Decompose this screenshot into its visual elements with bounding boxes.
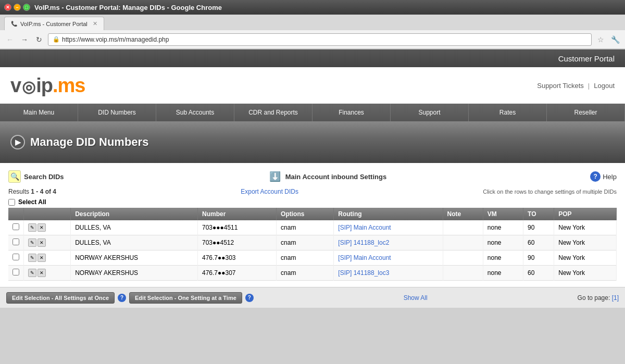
row-routing: [SIP] Main Account xyxy=(334,220,443,235)
select-all-checkbox[interactable] xyxy=(8,199,15,206)
forward-button[interactable]: → xyxy=(19,34,30,45)
page-1-link[interactable]: [1] xyxy=(612,294,619,302)
tabs-bar: 📞 VoIP.ms - Customer Portal ✕ xyxy=(0,15,625,30)
nav-reseller[interactable]: Reseller xyxy=(547,104,625,121)
row-options: cnam xyxy=(277,250,334,266)
table-row[interactable]: ✎ ✕ DULLES, VA 703●●4512 cnam [SIP] 1411… xyxy=(8,235,617,250)
logout-link[interactable]: Logout xyxy=(594,82,615,90)
row-note xyxy=(443,220,483,235)
click-hint: Click on the rows to change settings of … xyxy=(483,189,617,195)
main-account-settings-label: Main Account inbound Settings xyxy=(285,173,387,181)
delete-icon[interactable]: ✕ xyxy=(38,239,46,247)
row-actions: ✎ ✕ xyxy=(24,220,71,235)
nav-sub-accounts[interactable]: Sub Accounts xyxy=(156,104,234,121)
col-description: Description xyxy=(71,208,198,220)
nav-cdr-reports[interactable]: CDR and Reports xyxy=(234,104,312,121)
col-options: Options xyxy=(277,208,334,220)
page-footer: Edit Selection - All Settings at Once ? … xyxy=(0,287,625,308)
tab-close-button[interactable]: ✕ xyxy=(93,20,97,27)
nav-did-numbers[interactable]: DID Numbers xyxy=(78,104,156,121)
nav-main-menu[interactable]: Main Menu xyxy=(0,104,78,121)
nav-finances[interactable]: Finances xyxy=(312,104,391,121)
help-button[interactable]: ? Help xyxy=(590,171,617,182)
nav-support[interactable]: Support xyxy=(391,104,469,121)
table-row[interactable]: ✎ ✕ DULLES, VA 703●●●4511 cnam [SIP] Mai… xyxy=(8,220,617,235)
edit-icon[interactable]: ✎ xyxy=(28,254,36,262)
site-logo[interactable]: v◎ip.ms xyxy=(10,74,85,97)
tab-title: VoIP.ms - Customer Portal xyxy=(20,21,88,27)
tab-favicon: 📞 xyxy=(11,21,17,27)
edit-icon[interactable]: ✎ xyxy=(28,223,36,232)
row-checkbox xyxy=(8,235,24,250)
routing-link[interactable]: [SIP] Main Account xyxy=(338,224,391,231)
routing-link[interactable]: [SIP] 141188_loc3 xyxy=(338,269,389,277)
export-link[interactable]: Export Account DIDs xyxy=(241,188,298,195)
main-nav: Main Menu DID Numbers Sub Accounts CDR a… xyxy=(0,104,625,121)
row-description: DULLES, VA xyxy=(71,220,198,235)
routing-link[interactable]: [SIP] 141188_loc2 xyxy=(338,239,389,246)
support-tickets-link[interactable]: Support Tickets xyxy=(537,82,584,90)
table-row[interactable]: ✎ ✕ NORWAY AKERSHUS 476.7●●303 cnam [SIP… xyxy=(8,250,617,266)
nav-rates[interactable]: Rates xyxy=(469,104,547,121)
row-pop: New York xyxy=(554,250,617,266)
row-checkbox-input[interactable] xyxy=(12,239,19,245)
table-row[interactable]: ✎ ✕ NORWAY AKERSHUS 476.7●●307 cnam [SIP… xyxy=(8,266,617,281)
close-button[interactable]: ✕ xyxy=(4,4,11,11)
row-pop: New York xyxy=(554,220,617,235)
address-bar[interactable]: 🔒 https://www.voip.ms/m/managedid.php xyxy=(48,33,592,46)
routing-link[interactable]: [SIP] Main Account xyxy=(338,254,391,261)
table-header: Description Number Options Routing Note … xyxy=(8,208,617,220)
delete-icon[interactable]: ✕ xyxy=(38,269,46,277)
edit-one-setting-button[interactable]: Edit Selection - One Setting at a Time xyxy=(129,292,242,304)
col-routing: Routing xyxy=(334,208,443,220)
row-checkbox-input[interactable] xyxy=(12,223,19,230)
row-note xyxy=(443,250,483,266)
row-note xyxy=(443,235,483,250)
row-options: cnam xyxy=(277,235,334,250)
row-vm: none xyxy=(483,220,523,235)
search-dids-button[interactable]: 🔍 Search DIDs xyxy=(8,170,64,183)
maximize-button[interactable]: □ xyxy=(23,4,30,11)
row-description: NORWAY AKERSHUS xyxy=(71,250,198,266)
row-to: 60 xyxy=(523,235,554,250)
main-account-settings-button[interactable]: ⬇️ Main Account inbound Settings xyxy=(268,169,387,184)
edit-icon[interactable]: ✎ xyxy=(28,269,36,277)
delete-icon[interactable]: ✕ xyxy=(38,254,46,262)
row-checkbox-input[interactable] xyxy=(12,254,19,260)
help-label: Help xyxy=(603,173,617,181)
row-number: 476.7●●307 xyxy=(198,266,277,281)
goto-page: Go to page: [1] xyxy=(578,294,619,302)
browser-tab[interactable]: 📞 VoIP.ms - Customer Portal ✕ xyxy=(4,17,104,30)
select-all-row: Select All xyxy=(8,198,617,206)
row-vm: none xyxy=(483,266,523,281)
row-vm: none xyxy=(483,235,523,250)
edit-all-help-icon[interactable]: ? xyxy=(118,294,126,302)
row-description: DULLES, VA xyxy=(71,235,198,250)
content-area: 🔍 Search DIDs ⬇️ Main Account inbound Se… xyxy=(0,163,625,287)
row-vm: none xyxy=(483,250,523,266)
minimize-button[interactable]: – xyxy=(14,4,21,11)
edit-all-settings-button[interactable]: Edit Selection - All Settings at Once xyxy=(6,292,115,304)
delete-icon[interactable]: ✕ xyxy=(38,223,46,232)
col-note: Note xyxy=(443,208,483,220)
bookmark-button[interactable]: ☆ xyxy=(595,34,606,45)
row-number: 703●●4512 xyxy=(198,235,277,250)
reload-button[interactable]: ↻ xyxy=(33,34,45,45)
separator: | xyxy=(588,82,590,90)
show-all-link[interactable]: Show All xyxy=(404,294,428,302)
row-actions: ✎ ✕ xyxy=(24,266,71,281)
edit-icon[interactable]: ✎ xyxy=(28,239,36,247)
back-button[interactable]: ← xyxy=(4,34,16,45)
col-to: TO xyxy=(523,208,554,220)
edit-one-help-icon[interactable]: ? xyxy=(245,294,254,302)
browser-chrome: 📞 VoIP.ms - Customer Portal ✕ ← → ↻ 🔒 ht… xyxy=(0,15,625,49)
row-pop: New York xyxy=(554,235,617,250)
row-number: 476.7●●303 xyxy=(198,250,277,266)
footer-left: Edit Selection - All Settings at Once ? … xyxy=(6,292,254,304)
row-to: 60 xyxy=(523,266,554,281)
row-to: 90 xyxy=(523,250,554,266)
settings-button[interactable]: 🔧 xyxy=(609,34,621,45)
row-description: NORWAY AKERSHUS xyxy=(71,266,198,281)
row-note xyxy=(443,266,483,281)
row-checkbox-input[interactable] xyxy=(12,269,19,275)
